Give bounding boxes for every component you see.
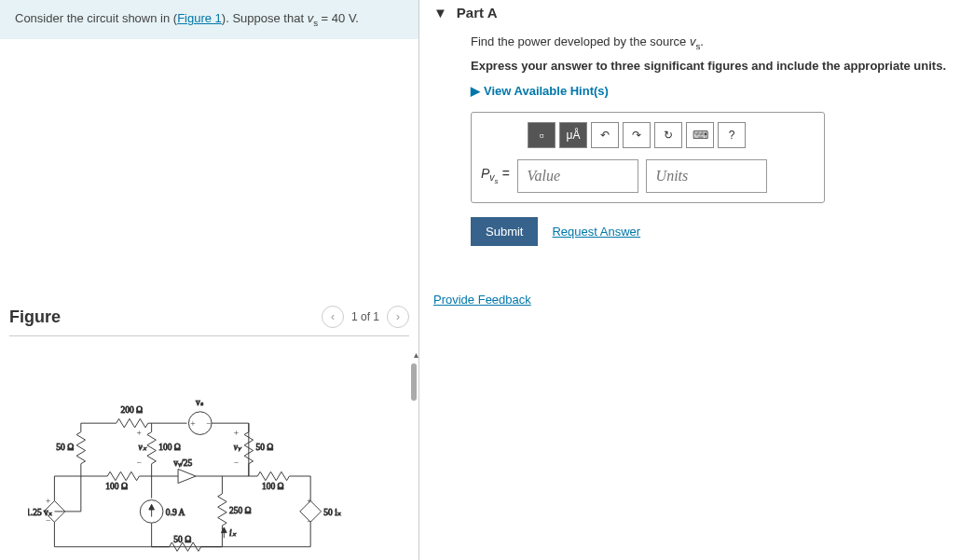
next-figure-button[interactable]: › <box>387 306 409 328</box>
svg-text:iₓ: iₓ <box>229 528 237 538</box>
svg-text:+: + <box>137 429 142 438</box>
question-text: Find the power developed by the source v… <box>471 34 946 51</box>
part-header: ▼ Part A <box>433 0 946 34</box>
svg-text:−: − <box>206 419 211 429</box>
value-input[interactable] <box>517 159 638 193</box>
reset-button[interactable]: ↻ <box>654 122 682 148</box>
svg-text:0.9 A: 0.9 A <box>166 508 185 517</box>
keyboard-button[interactable]: ⌨ <box>686 122 714 148</box>
svg-text:50 iₓ: 50 iₓ <box>323 508 340 517</box>
svg-text:50 Ω: 50 Ω <box>173 535 191 544</box>
input-row: Pvs = <box>481 159 815 193</box>
svg-text:−: − <box>46 516 50 526</box>
figure-link[interactable]: Figure 1 <box>177 11 222 25</box>
svg-text:−: − <box>234 458 239 468</box>
answer-box: ▫ μÅ ↶ ↷ ↻ ⌨ ? Pvs = <box>471 112 825 203</box>
problem-statement: Consider the circuit shown in (Figure 1)… <box>0 0 418 39</box>
problem-suffix: ). Suppose that <box>222 11 308 25</box>
svg-text:vᵧ/25: vᵧ/25 <box>173 458 192 468</box>
svg-text:50 Ω: 50 Ω <box>56 443 74 452</box>
request-answer-link[interactable]: Request Answer <box>552 225 640 239</box>
provide-feedback-link[interactable]: Provide Feedback <box>433 293 531 307</box>
figure-section: Figure ‹ 1 of 1 › 200 Ω vₛ + − <box>0 298 418 560</box>
units-input[interactable] <box>646 159 767 193</box>
svg-text:vᵧ: vᵧ <box>234 443 242 452</box>
svg-text:vₓ: vₓ <box>138 443 146 452</box>
collapse-icon[interactable]: ▼ <box>433 5 447 20</box>
undo-button[interactable]: ↶ <box>591 122 619 148</box>
svg-text:200 Ω: 200 Ω <box>120 405 143 415</box>
svg-text:100 Ω: 100 Ω <box>262 482 284 491</box>
svg-text:−: − <box>307 517 311 526</box>
units-tool-button[interactable]: μÅ <box>559 122 587 148</box>
part-body: Find the power developed by the source v… <box>433 34 946 246</box>
circuit-diagram: 200 Ω vₛ + − 50 Ω 100 Ω + vₓ − <box>9 364 409 551</box>
svg-text:+: + <box>46 497 50 506</box>
help-button[interactable]: ? <box>718 122 746 148</box>
figure-nav: ‹ 1 of 1 › <box>322 306 409 328</box>
svg-text:250 Ω: 250 Ω <box>229 506 252 515</box>
svg-text:50 Ω: 50 Ω <box>255 443 273 452</box>
submit-row: Submit Request Answer <box>471 217 946 246</box>
svg-text:vₛ: vₛ <box>196 398 203 407</box>
answer-variable-label: Pvs = <box>481 166 510 186</box>
figure-title: Figure <box>9 307 61 327</box>
problem-value: = 40 V. <box>318 11 359 25</box>
svg-text:+: + <box>190 419 195 429</box>
play-icon: ▶ <box>471 84 480 98</box>
answer-toolbar: ▫ μÅ ↶ ↷ ↻ ⌨ ? <box>481 122 815 148</box>
left-panel: Consider the circuit shown in (Figure 1)… <box>0 0 419 560</box>
problem-prefix: Consider the circuit shown in ( <box>15 11 177 25</box>
svg-text:100 Ω: 100 Ω <box>158 443 181 452</box>
view-hints-link[interactable]: ▶ View Available Hint(s) <box>471 84 946 98</box>
fraction-tool-button[interactable]: ▫ <box>528 122 555 148</box>
svg-text:100 Ω: 100 Ω <box>105 482 128 491</box>
prev-figure-button[interactable]: ‹ <box>322 306 344 328</box>
part-label: Part A <box>457 5 498 20</box>
svg-text:−: − <box>137 458 142 468</box>
svg-text:+: + <box>234 429 239 438</box>
instruction-text: Express your answer to three significant… <box>471 59 946 73</box>
figure-counter: 1 of 1 <box>351 310 379 323</box>
submit-button[interactable]: Submit <box>471 217 538 246</box>
svg-text:1.25 vₓ: 1.25 vₓ <box>28 508 52 517</box>
svg-text:+: + <box>307 497 311 506</box>
figure-header: Figure ‹ 1 of 1 › <box>9 298 409 336</box>
right-panel: ▼ Part A Find the power developed by the… <box>419 0 960 560</box>
redo-button[interactable]: ↷ <box>623 122 651 148</box>
